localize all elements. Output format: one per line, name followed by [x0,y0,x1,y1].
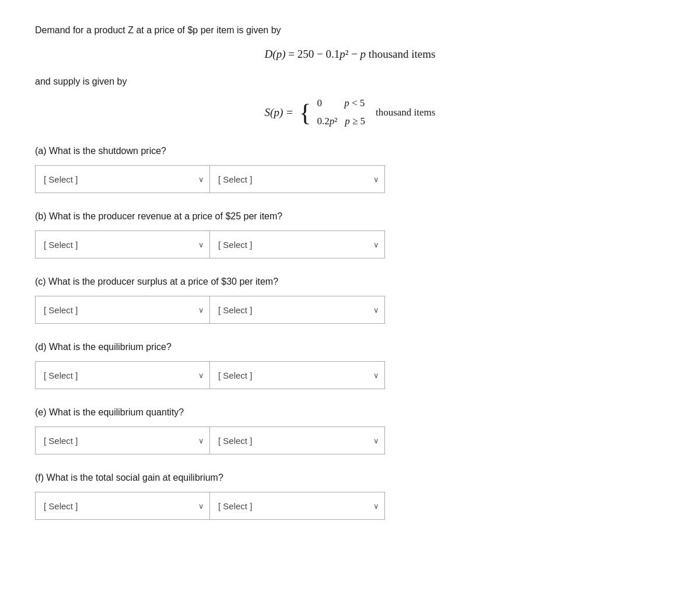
question-f-select1[interactable]: [ Select ] [35,492,210,520]
question-d-section: (d) What is the equilibrium price?[ Sele… [35,340,665,389]
question-b-select2-wrapper: [ Select ]∨ [210,230,385,258]
question-a-label: (a) What is the shutdown price? [35,144,665,158]
question-f-label: (f) What is the total social gain at equ… [35,471,665,485]
question-d-select2[interactable]: [ Select ] [210,361,385,389]
question-f-select2-wrapper: [ Select ]∨ [210,492,385,520]
demand-formula: D(p) = 250 − 0.1p² − p thousand items [35,48,665,61]
question-a-select1[interactable]: [ Select ] [35,165,210,193]
question-b-select1-wrapper: [ Select ]∨ [35,230,210,258]
question-c-select1-wrapper: [ Select ]∨ [35,296,210,324]
question-f-selects-row: [ Select ]∨[ Select ]∨ [35,492,665,520]
question-f-select2[interactable]: [ Select ] [210,492,385,520]
question-b-selects-row: [ Select ]∨[ Select ]∨ [35,230,665,258]
question-c-label: (c) What is the producer surplus at a pr… [35,275,665,289]
question-d-selects-row: [ Select ]∨[ Select ]∨ [35,361,665,389]
page-container: Demand for a product Z at a price of $p … [0,0,700,591]
question-d-select1-wrapper: [ Select ]∨ [35,361,210,389]
supply-intro: and supply is given by [35,75,665,89]
intro-line1: Demand for a product Z at a price of $p … [35,23,665,37]
question-b-select2[interactable]: [ Select ] [210,230,385,258]
question-f-section: (f) What is the total social gain at equ… [35,471,665,520]
question-c-select2-wrapper: [ Select ]∨ [210,296,385,324]
question-c-select1[interactable]: [ Select ] [35,296,210,324]
question-a-select1-wrapper: [ Select ]∨ [35,165,210,193]
question-c-section: (c) What is the producer surplus at a pr… [35,275,665,324]
question-a-select2[interactable]: [ Select ] [210,165,385,193]
question-b-label: (b) What is the producer revenue at a pr… [35,209,665,223]
question-e-select2-wrapper: [ Select ]∨ [210,426,385,454]
question-b-select1[interactable]: [ Select ] [35,230,210,258]
questions-container: (a) What is the shutdown price?[ Select … [35,144,665,520]
supply-formula: S(p) = { 0 p < 5 0.2p² p ≥ 5 thousand it… [35,95,665,130]
question-a-select2-wrapper: [ Select ]∨ [210,165,385,193]
question-e-select1-wrapper: [ Select ]∨ [35,426,210,454]
question-e-select1[interactable]: [ Select ] [35,426,210,454]
question-c-select2[interactable]: [ Select ] [210,296,385,324]
question-e-label: (e) What is the equilibrium quantity? [35,405,665,419]
question-b-section: (b) What is the producer revenue at a pr… [35,209,665,258]
question-e-select2[interactable]: [ Select ] [210,426,385,454]
question-f-select1-wrapper: [ Select ]∨ [35,492,210,520]
question-d-select1[interactable]: [ Select ] [35,361,210,389]
question-e-section: (e) What is the equilibrium quantity?[ S… [35,405,665,454]
question-d-select2-wrapper: [ Select ]∨ [210,361,385,389]
question-a-section: (a) What is the shutdown price?[ Select … [35,144,665,193]
question-c-selects-row: [ Select ]∨[ Select ]∨ [35,296,665,324]
question-e-selects-row: [ Select ]∨[ Select ]∨ [35,426,665,454]
question-a-selects-row: [ Select ]∨[ Select ]∨ [35,165,665,193]
question-d-label: (d) What is the equilibrium price? [35,340,665,354]
